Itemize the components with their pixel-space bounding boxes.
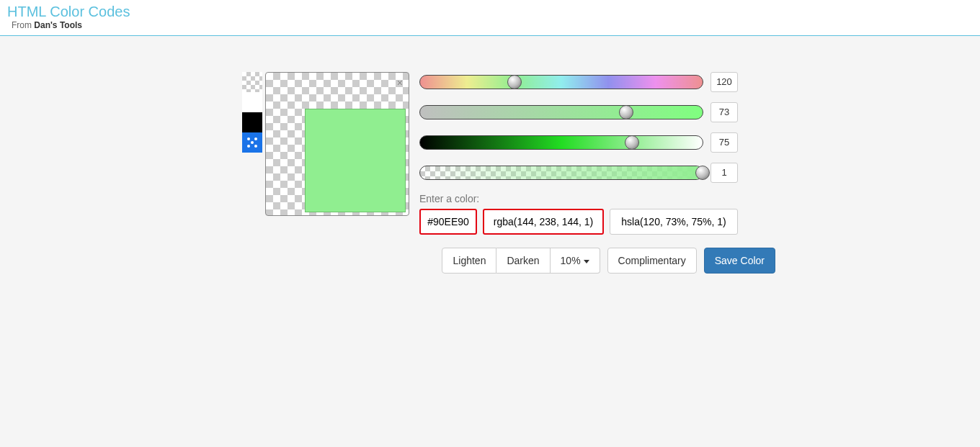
lighten-darken-group: Lighten Darken 10% [442, 248, 600, 274]
swatch-list [242, 72, 262, 274]
color-inputs-row [419, 209, 738, 235]
color-preview: × [265, 72, 409, 216]
action-buttons-row: Lighten Darken 10% Complimentary Save Co… [419, 248, 775, 274]
hue-slider[interactable] [419, 75, 703, 89]
swatch-random[interactable] [242, 132, 262, 153]
saturation-slider-row: 73 [419, 102, 738, 122]
hue-value[interactable]: 120 [710, 72, 738, 92]
lightness-slider-thumb[interactable] [625, 135, 639, 150]
rgba-input[interactable] [483, 209, 604, 235]
saturation-slider-thumb[interactable] [619, 105, 633, 119]
hue-slider-row: 120 [419, 72, 738, 92]
color-preview-fill [305, 109, 406, 212]
enter-color-label: Enter a color: [419, 193, 738, 204]
subtitle-prefix: From [12, 20, 34, 30]
alpha-slider-thumb[interactable] [695, 166, 710, 180]
darken-button[interactable]: Darken [496, 248, 550, 274]
caret-down-icon [584, 260, 589, 263]
complimentary-button[interactable]: Complimentary [607, 248, 697, 274]
swatch-transparent[interactable] [242, 72, 262, 92]
color-picker: × 120 73 75 [242, 72, 738, 274]
swatch-black[interactable] [242, 112, 262, 132]
percent-dropdown[interactable]: 10% [551, 248, 600, 274]
dice-icon [246, 136, 259, 149]
page-header: HTML Color Codes From Dan's Tools [0, 0, 980, 36]
save-color-button[interactable]: Save Color [704, 248, 775, 274]
controls-column: 120 73 75 1 Enter a color: [419, 72, 738, 274]
lightness-slider[interactable] [419, 135, 703, 150]
lighten-button[interactable]: Lighten [442, 248, 496, 274]
hue-slider-thumb[interactable] [507, 75, 522, 89]
alpha-slider-row: 1 [419, 163, 738, 183]
preview-column: × [242, 72, 409, 274]
percent-label: 10% [561, 255, 581, 266]
hex-input[interactable] [419, 209, 477, 235]
hsla-input[interactable] [610, 209, 738, 235]
alpha-value[interactable]: 1 [710, 163, 738, 183]
saturation-value[interactable]: 73 [710, 102, 738, 122]
close-icon[interactable]: × [397, 77, 403, 89]
app-title: HTML Color Codes [7, 4, 973, 20]
swatch-white[interactable] [242, 92, 262, 112]
app-subtitle: From Dan's Tools [12, 20, 973, 30]
alpha-slider[interactable] [419, 166, 703, 180]
lightness-slider-row: 75 [419, 132, 738, 153]
saturation-slider[interactable] [419, 105, 703, 119]
main-area: × 120 73 75 [0, 36, 980, 310]
lightness-value[interactable]: 75 [710, 132, 738, 153]
subtitle-brand: Dan's Tools [34, 20, 82, 30]
